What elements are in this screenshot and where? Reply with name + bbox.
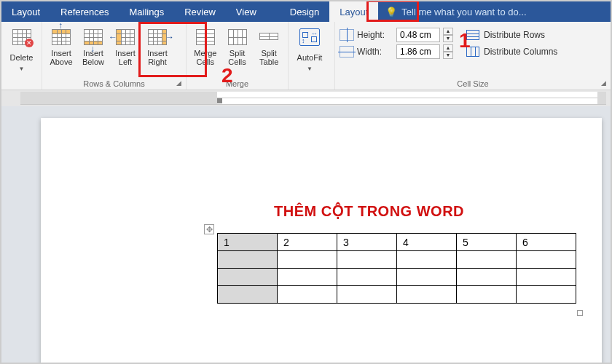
table-cell[interactable]: 1 [218, 234, 278, 251]
distribute-columns-button[interactable]: Distribute Columns [466, 44, 557, 59]
group-merge: Merge Cells Split Cells Split Table Merg… [187, 22, 289, 90]
width-input[interactable] [396, 44, 440, 59]
insert-right-button[interactable]: → Insert Right [143, 25, 172, 68]
width-field-row: Width: ▲▼ [340, 44, 453, 59]
table-row [218, 251, 576, 269]
autofit-button[interactable]: ↕↔ AutoFit ▼ [293, 25, 326, 74]
group-delete: ✕ Delete ▼ [1, 22, 42, 90]
table-cell[interactable]: 6 [517, 234, 576, 251]
distribute-rows-button[interactable]: Distribute Rows [466, 28, 557, 42]
table-cell[interactable]: 3 [337, 234, 397, 251]
table-cell[interactable]: 4 [397, 234, 457, 251]
table-move-handle[interactable]: ✥ [204, 224, 214, 234]
table-row: 1 2 3 4 5 6 [218, 234, 576, 251]
chevron-down-icon: ▼ [19, 66, 25, 72]
distribute-columns-icon [466, 47, 479, 57]
height-spinner[interactable]: ▲▼ [443, 28, 453, 42]
dialog-launcher-icon[interactable]: ◢ [601, 79, 606, 87]
chevron-down-icon: ▼ [307, 66, 313, 72]
tab-page-layout[interactable]: Layout [1, 1, 50, 22]
insert-above-button[interactable]: ↑ Insert Above [47, 25, 76, 68]
horizontal-ruler[interactable] [20, 92, 606, 105]
insert-below-button[interactable]: ↓ Insert Below [79, 25, 108, 68]
ribbon-tabs: Layout References Mailings Review View D… [1, 1, 611, 22]
split-table-button[interactable]: Split Table [254, 25, 283, 68]
tab-table-design[interactable]: Design [280, 1, 329, 22]
table-row [218, 269, 576, 286]
tab-references[interactable]: References [50, 1, 119, 22]
ribbon: ✕ Delete ▼ ↑ Insert Above ↓ Insert Below… [1, 22, 611, 90]
width-spinner[interactable]: ▲▼ [443, 44, 453, 59]
delete-button[interactable]: ✕ Delete ▼ [6, 25, 37, 74]
table-cell[interactable]: 2 [278, 234, 337, 251]
table-resize-handle[interactable] [577, 310, 583, 316]
group-cell-size: Height: ▲▼ Width: ▲▼ Distribute Rows [335, 22, 611, 90]
row-height-icon [340, 29, 354, 41]
split-cells-button[interactable]: Split Cells [223, 25, 252, 68]
lightbulb-icon: 💡 [385, 7, 397, 17]
merge-cells-button[interactable]: Merge Cells [191, 25, 220, 68]
group-rows-columns: ↑ Insert Above ↓ Insert Below ← Insert L… [42, 22, 187, 90]
dialog-launcher-icon[interactable]: ◢ [176, 79, 181, 87]
height-field-row: Height: ▲▼ [340, 28, 453, 42]
col-width-icon [340, 46, 354, 58]
tab-review[interactable]: Review [174, 1, 226, 22]
tab-mailings[interactable]: Mailings [119, 1, 175, 22]
document-heading[interactable]: THÊM CỘT TRONG WORD [274, 202, 464, 220]
tell-me-placeholder: Tell me what you want to do... [401, 7, 526, 17]
tab-view[interactable]: View [226, 1, 267, 22]
word-window: Layout References Mailings Review View D… [1, 1, 611, 363]
table-row [218, 286, 576, 304]
group-autofit: ↕↔ AutoFit ▼ [289, 22, 335, 90]
document-table[interactable]: 1 2 3 4 5 6 [217, 233, 576, 304]
distribute-rows-icon [466, 30, 479, 40]
table-cell[interactable]: 5 [457, 234, 517, 251]
page[interactable]: THÊM CỘT TRONG WORD ✥ 1 2 3 4 5 6 [41, 118, 602, 363]
tab-table-layout[interactable]: Layout [329, 1, 378, 22]
tell-me-search[interactable]: 💡 Tell me what you want to do... [378, 1, 611, 22]
document-area: THÊM CỘT TRONG WORD ✥ 1 2 3 4 5 6 [1, 106, 611, 363]
height-input[interactable] [396, 28, 440, 42]
insert-left-button[interactable]: ← Insert Left [111, 25, 140, 68]
